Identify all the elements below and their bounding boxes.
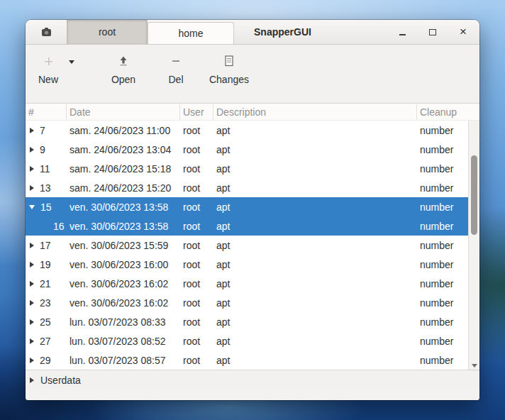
delete-button[interactable]: Del xyxy=(160,50,192,85)
table-row[interactable]: 23ven. 30/06/2023 16:02rootaptnumber xyxy=(26,293,468,312)
snapshot-user: root xyxy=(180,259,213,270)
snapshot-date: sam. 24/06/2023 15:18 xyxy=(67,163,180,175)
snapshot-number: 19 xyxy=(40,259,51,270)
snapshot-number: 16 xyxy=(53,221,65,232)
table-header: # Date User Description Cleanup xyxy=(26,104,479,121)
expander-collapsed-icon[interactable] xyxy=(30,147,34,153)
snapshot-cleanup: number xyxy=(417,144,468,155)
table-row[interactable]: 15ven. 30/06/2023 13:58rootaptnumber xyxy=(26,197,468,216)
expander-collapsed-icon[interactable] xyxy=(30,185,34,191)
snapshot-date: ven. 30/06/2023 13:58 xyxy=(67,201,180,213)
snapshot-tree-cell: 27 xyxy=(26,336,67,347)
snapshot-number: 29 xyxy=(40,355,51,366)
snapshot-user: root xyxy=(180,240,213,251)
snapshot-cleanup: number xyxy=(417,278,468,289)
snapshot-cleanup: number xyxy=(417,201,468,213)
tab-home[interactable]: home xyxy=(148,22,234,44)
table-row[interactable]: 29lun. 03/07/2023 08:57rootaptnumber xyxy=(26,350,468,370)
expander-collapsed-icon[interactable] xyxy=(30,128,34,133)
column-header-cleanup[interactable]: Cleanup xyxy=(417,104,479,120)
maximize-button[interactable] xyxy=(428,26,438,38)
expander-expanded-icon[interactable] xyxy=(29,205,35,209)
expander-collapsed-icon[interactable] xyxy=(30,243,34,248)
open-button-label: Open xyxy=(111,74,135,85)
snapshot-cleanup: number xyxy=(417,355,468,366)
app-icon-glyph xyxy=(41,27,52,38)
window-title: SnapperGUI xyxy=(254,20,311,44)
expander-collapsed-icon xyxy=(30,377,34,383)
close-button[interactable]: × xyxy=(458,26,468,38)
snapshot-number: 7 xyxy=(40,125,45,136)
snapshot-description: apt xyxy=(213,125,417,136)
expander-collapsed-icon[interactable] xyxy=(30,166,34,172)
snapshot-date: ven. 30/06/2023 16:02 xyxy=(67,278,180,289)
scrollbar-thumb[interactable] xyxy=(471,155,477,235)
snapshot-date: sam. 24/06/2023 13:04 xyxy=(67,144,180,155)
vertical-scrollbar[interactable] xyxy=(468,121,479,370)
snapshot-description: apt xyxy=(213,182,417,194)
column-header-number[interactable]: # xyxy=(26,104,67,120)
tab-home-label: home xyxy=(178,28,203,39)
snapshot-description: apt xyxy=(213,278,417,289)
snapshot-tree-cell: 25 xyxy=(26,316,67,328)
snapshot-cleanup: number xyxy=(417,316,468,328)
document-icon xyxy=(224,53,234,69)
expander-collapsed-icon[interactable] xyxy=(30,358,34,363)
snapshot-cleanup: number xyxy=(417,163,468,175)
snapshot-date: lun. 03/07/2023 08:33 xyxy=(67,316,180,328)
snappergui-window: root home SnapperGUI × New xyxy=(26,20,479,400)
snapshot-tree-cell: 17 xyxy=(26,240,67,251)
expander-collapsed-icon[interactable] xyxy=(30,262,34,267)
snapshot-cleanup: number xyxy=(417,240,468,251)
snapshot-tree-cell: 16 xyxy=(26,221,67,232)
column-header-description[interactable]: Description xyxy=(213,104,417,120)
table-row[interactable]: 11sam. 24/06/2023 15:18rootaptnumber xyxy=(26,159,468,178)
tab-root[interactable]: root xyxy=(67,20,148,44)
titlebar[interactable]: root home SnapperGUI × xyxy=(26,20,479,45)
snapshot-user: root xyxy=(180,201,213,213)
table-row[interactable]: 17ven. 30/06/2023 15:59rootaptnumber xyxy=(26,236,468,255)
userdata-expander[interactable]: Userdata xyxy=(26,370,479,389)
column-header-date[interactable]: Date xyxy=(67,104,180,120)
scrollbar-down-icon[interactable] xyxy=(472,364,477,368)
minimize-button[interactable] xyxy=(397,26,407,38)
table-row[interactable]: 13sam. 24/06/2023 15:20rootaptnumber xyxy=(26,178,468,197)
expander-collapsed-icon[interactable] xyxy=(30,281,34,287)
snapshot-tree-cell: 23 xyxy=(26,297,67,309)
caret-down-icon xyxy=(69,60,74,64)
table-row[interactable]: 21ven. 30/06/2023 16:02rootaptnumber xyxy=(26,274,468,293)
snapshot-cleanup: number xyxy=(417,259,468,270)
snapshot-cleanup: number xyxy=(417,221,468,232)
expander-collapsed-icon[interactable] xyxy=(30,338,34,344)
open-button[interactable]: Open xyxy=(105,50,142,85)
snapshot-tree-cell: 7 xyxy=(26,125,67,136)
delete-button-label: Del xyxy=(168,74,183,85)
table-row[interactable]: 7sam. 24/06/2023 11:00rootaptnumber xyxy=(26,121,468,140)
snapshot-date: ven. 30/06/2023 15:59 xyxy=(67,240,180,251)
snapshot-number: 15 xyxy=(40,201,52,213)
expander-collapsed-icon[interactable] xyxy=(30,319,34,325)
snapshot-date: ven. 30/06/2023 16:02 xyxy=(67,297,180,309)
arrow-up-icon xyxy=(118,53,129,69)
new-button[interactable]: New xyxy=(34,50,62,85)
minus-icon xyxy=(171,53,181,69)
changes-button[interactable]: Changes xyxy=(206,50,252,85)
changes-button-label: Changes xyxy=(209,74,249,85)
expander-collapsed-icon[interactable] xyxy=(30,300,34,306)
table-row[interactable]: 16ven. 30/06/2023 13:58rootaptnumber xyxy=(26,216,468,236)
snapshot-cleanup: number xyxy=(417,182,468,194)
snapshot-description: apt xyxy=(213,297,417,309)
snapshot-cleanup: number xyxy=(417,297,468,309)
snapshot-number: 9 xyxy=(40,144,45,155)
snapshot-tree-cell: 19 xyxy=(26,259,67,270)
snapshot-number: 21 xyxy=(40,278,51,289)
table-row[interactable]: 27lun. 03/07/2023 08:52rootaptnumber xyxy=(26,331,468,350)
table-row[interactable]: 19ven. 30/06/2023 16:00rootaptnumber xyxy=(26,255,468,274)
new-dropdown-button[interactable] xyxy=(62,50,81,64)
snapshot-tree-cell: 21 xyxy=(26,278,67,289)
column-header-user[interactable]: User xyxy=(180,104,213,120)
table-row[interactable]: 25lun. 03/07/2023 08:33rootaptnumber xyxy=(26,312,468,331)
snapshot-user: root xyxy=(180,182,213,194)
snapshot-user: root xyxy=(180,163,213,175)
table-row[interactable]: 9sam. 24/06/2023 13:04rootaptnumber xyxy=(26,140,468,159)
